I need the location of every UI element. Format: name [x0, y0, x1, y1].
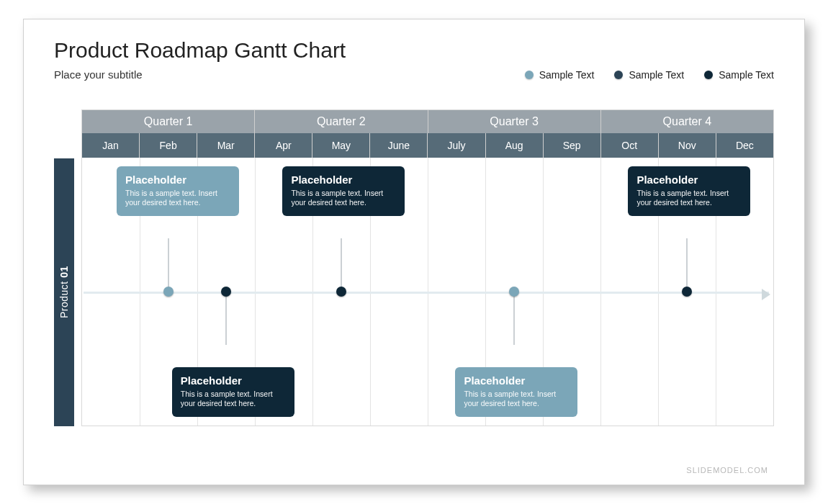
- milestone-dot-icon: [163, 287, 174, 297]
- slide-subtitle: Place your subtitle: [54, 68, 143, 81]
- legend-item: Sample Text: [704, 69, 774, 81]
- month-cell: July: [428, 133, 485, 158]
- milestone-card: Placeholder This is a sample text. Inser…: [172, 367, 294, 417]
- legend-label: Sample Text: [719, 69, 774, 81]
- quarter-cell: Quarter 1: [82, 110, 255, 133]
- card-body: This is a sample text. Insert your desir…: [181, 390, 286, 408]
- milestone-stem: [514, 292, 515, 345]
- milestone-card: Placeholder This is a sample text. Inser…: [282, 166, 405, 216]
- card-title: Placeholder: [464, 374, 569, 387]
- milestone-dot-icon: [336, 287, 346, 297]
- milestone-card: Placeholder This is a sample text. Inser…: [117, 166, 239, 216]
- card-body: This is a sample text. Insert your desir…: [464, 390, 569, 408]
- quarter-header-row: Quarter 1 Quarter 2 Quarter 3 Quarter 4: [82, 110, 773, 133]
- row-label-num: 01: [58, 266, 70, 279]
- legend-dot-icon: [525, 71, 534, 79]
- quarter-cell: Quarter 2: [255, 110, 428, 133]
- slide-title: Product Roadmap Gantt Chart: [54, 38, 774, 63]
- month-cell: Nov: [659, 133, 716, 158]
- timeline-arrow-icon: [84, 292, 769, 294]
- legend-label: Sample Text: [629, 69, 684, 81]
- month-cell: June: [370, 133, 428, 158]
- milestone-dot-icon: [509, 287, 519, 297]
- milestone-stem: [687, 238, 688, 292]
- gantt-chart: Product 01 Quarter 1 Quarter 2 Quarter 3…: [54, 109, 774, 426]
- month-cell: Apr: [255, 133, 312, 158]
- legend-item: Sample Text: [614, 69, 684, 81]
- milestone-dot-icon: [221, 287, 231, 297]
- quarter-cell: Quarter 4: [601, 110, 773, 133]
- row-label-text: Product: [58, 278, 70, 318]
- slide: Product Roadmap Gantt Chart Place your s…: [23, 19, 805, 485]
- legend-item: Sample Text: [525, 69, 595, 81]
- grid: Quarter 1 Quarter 2 Quarter 3 Quarter 4 …: [81, 109, 774, 426]
- card-body: This is a sample text. Insert your desir…: [125, 189, 230, 207]
- month-cell: Oct: [601, 133, 659, 158]
- card-body: This is a sample text. Insert your desir…: [636, 189, 742, 207]
- milestone-stem: [341, 238, 342, 292]
- milestone-stem: [168, 238, 169, 292]
- legend-dot-icon: [704, 71, 713, 79]
- card-title: Placeholder: [181, 374, 286, 387]
- month-cell: Dec: [716, 133, 773, 158]
- milestone-card: Placeholder This is a sample text. Inser…: [628, 166, 750, 216]
- milestone-stem: [225, 292, 226, 345]
- month-cell: May: [312, 133, 370, 158]
- card-title: Placeholder: [636, 174, 742, 186]
- month-cell: Feb: [140, 133, 197, 158]
- card-body: This is a sample text. Insert your desir…: [291, 189, 396, 207]
- month-cell: Mar: [197, 133, 255, 158]
- card-title: Placeholder: [125, 174, 230, 186]
- card-title: Placeholder: [291, 174, 396, 186]
- milestone-card: Placeholder This is a sample text. Inser…: [455, 367, 577, 417]
- footer-watermark: SLIDEMODEL.COM: [686, 466, 768, 474]
- row-label: Product 01: [54, 158, 74, 426]
- month-cell: Sep: [544, 133, 601, 158]
- grid-body: Placeholder This is a sample text. Inser…: [82, 158, 773, 426]
- month-header-row: Jan Feb Mar Apr May June July Aug Sep Oc…: [82, 133, 773, 158]
- quarter-cell: Quarter 3: [428, 110, 601, 133]
- legend-dot-icon: [614, 71, 623, 79]
- legend-label: Sample Text: [539, 69, 595, 81]
- month-cell: Jan: [82, 133, 140, 158]
- legend: Sample Text Sample Text Sample Text: [525, 69, 774, 81]
- month-cell: Aug: [486, 133, 544, 158]
- milestone-dot-icon: [682, 287, 692, 297]
